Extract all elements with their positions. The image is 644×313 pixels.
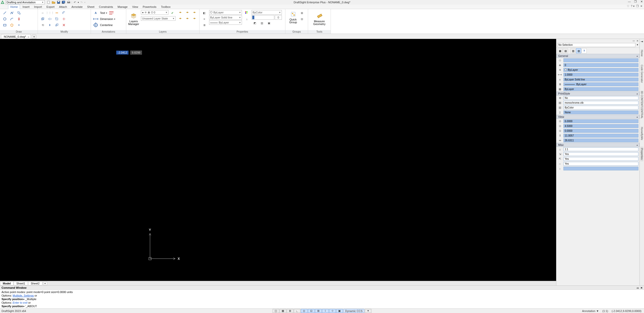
dimension-button[interactable]: Dimension (100, 17, 113, 20)
selection-filter-input[interactable] (557, 43, 635, 47)
section-general[interactable]: General▴ (556, 54, 639, 58)
sheet-tab-model[interactable]: Model (0, 281, 14, 285)
rect-tool[interactable] (2, 22, 8, 28)
status-btn-3[interactable]: ⊞ (287, 309, 293, 313)
arc-tool[interactable] (9, 16, 15, 22)
stretch-tool[interactable] (54, 16, 60, 22)
trim-tool[interactable] (54, 10, 60, 16)
status-btn-1[interactable]: ◫ (273, 309, 279, 313)
bycolor-combo[interactable]: ByColor▼ (252, 10, 282, 15)
prop-m2-value[interactable]: Yes (563, 152, 638, 156)
section-misc[interactable]: Misc▴ (556, 143, 639, 147)
layer-tool-3[interactable] (191, 10, 198, 16)
rail-tab-codegen[interactable]: Code Generator (640, 63, 643, 84)
layer-props-combo[interactable]: ● ❄ 🔒︎ 0 ▼ (141, 10, 168, 15)
prop-color-value[interactable] (563, 58, 638, 62)
drawing-canvas[interactable]: -2.0412 9.8299 X Y (0, 39, 556, 281)
tab-export[interactable]: Export (44, 5, 57, 9)
tab-import[interactable]: Import (32, 5, 44, 9)
status-btn-5[interactable]: ◎ (301, 309, 307, 313)
prop-m3-value[interactable]: Yes (563, 157, 638, 161)
panel-float-button[interactable]: ▭ (633, 39, 635, 42)
propcolor-tool[interactable]: ◧ (201, 10, 208, 16)
status-btn-10[interactable]: ▣ (336, 309, 343, 313)
rotate-tool[interactable]: ⟲ (39, 22, 46, 28)
panel-tool-3[interactable]: ▥ (571, 48, 576, 53)
prop-v5-value[interactable]: 26.6311 (563, 139, 638, 142)
prop-v1-value[interactable]: 6.0000 (563, 119, 638, 123)
scale-tool[interactable] (54, 22, 60, 28)
layer-tool-2[interactable] (184, 10, 191, 16)
status-annotation[interactable]: Annotation ▼ (582, 309, 599, 312)
pattern-tool[interactable]: ⋮⋮⋮ (46, 10, 53, 16)
rail-tab-properties[interactable]: Properties (640, 147, 643, 161)
tab-attach[interactable]: Attach (57, 5, 69, 9)
polyline-tool[interactable] (9, 10, 15, 16)
print-button[interactable] (66, 0, 71, 4)
rail-pin-icon[interactable]: ⇥ (641, 40, 643, 43)
lineweight-combo[interactable]: ByLayer▼ (209, 20, 242, 25)
mirror-tool[interactable] (46, 16, 53, 22)
color-combo[interactable]: ByLayer▼ (209, 10, 242, 15)
panel-help-button[interactable]: ? (582, 48, 587, 53)
tab-manage[interactable]: Manage (115, 5, 130, 9)
maximize-button[interactable]: ❐ (633, 0, 637, 3)
transparency-value[interactable]: 0 (275, 15, 282, 20)
layers-manager-button[interactable]: Layers Manager (128, 10, 139, 28)
prop-pattern-value[interactable]: ByLayer Solid line (563, 78, 638, 81)
prop-hatch-value[interactable]: ByLayer (563, 87, 638, 91)
add-tab-button[interactable]: + (32, 35, 36, 39)
prop-v4-value[interactable]: 11.0057 (563, 134, 638, 138)
status-scale[interactable]: (1:1) (602, 309, 608, 312)
prop-m5-value[interactable] (563, 167, 638, 170)
tab-toolbox[interactable]: Toolbox (159, 5, 172, 9)
panel-tool-4[interactable]: ▧ (576, 48, 581, 53)
layer-state-combo[interactable]: Unsaved Layer State▼ (141, 16, 176, 21)
filter-dropdown-icon[interactable]: ▼ (636, 44, 638, 46)
tab-annotate[interactable]: Annotate (69, 5, 85, 9)
status-dynamic-ccs[interactable]: Dynamic CCS (343, 309, 364, 313)
group-ungroup-button[interactable]: ⊟ (299, 16, 305, 22)
line-tool[interactable] (2, 10, 8, 16)
prop-m1-value[interactable]: 1:1 (563, 147, 638, 151)
explode-tool[interactable] (61, 16, 67, 22)
proplist-tool[interactable]: ≡ (201, 16, 208, 22)
propmatch-tool[interactable]: ≣ (201, 22, 208, 28)
command-history[interactable]: Active point modes: point mode=0 point s… (0, 290, 644, 308)
rail-tab-3dcc[interactable]: 3D CONTENTCENTRAL (640, 89, 643, 120)
cmd-float-button[interactable]: ▭ (637, 287, 639, 289)
document-tab[interactable]: NONAME_0.dwg* ✕ (1, 34, 31, 39)
transparency-slider[interactable] (252, 15, 274, 20)
quicktext-tool[interactable] (108, 10, 115, 16)
close-button[interactable]: ✕ (639, 0, 643, 3)
circle-tool[interactable] (2, 16, 8, 22)
prop-tool-a[interactable]: ◩ (252, 20, 258, 26)
redo-button[interactable]: ↷ (79, 0, 84, 4)
help-button[interactable]: ? ▾ (631, 5, 635, 8)
rail-tab-home[interactable]: Home (640, 48, 643, 58)
sheet-tab-2[interactable]: Sheet2 (28, 281, 42, 285)
undo-button[interactable]: ↶ (73, 0, 77, 4)
offset-tool[interactable] (46, 22, 53, 28)
section-printstyle[interactable]: PrintStyle▴ (556, 92, 639, 96)
rail-tab-homebyme[interactable]: HomeByMe (640, 125, 643, 142)
prop-tool-b[interactable]: ▥ (259, 20, 265, 26)
status-btn-8[interactable]: ⟟ (322, 309, 329, 313)
fillet-tool[interactable] (61, 10, 67, 16)
prop-ps1-value[interactable]: No (563, 96, 638, 100)
section-view[interactable]: View▴ (556, 115, 639, 119)
centerline-button[interactable]: Centerline (100, 24, 113, 27)
tab-view[interactable]: View (130, 5, 140, 9)
centerline-icon[interactable] (92, 22, 99, 28)
status-btn-2[interactable]: ▦ (280, 309, 286, 313)
inner-close-button[interactable]: ✕ (640, 5, 642, 8)
status-btn-9[interactable]: ⊹ (329, 309, 336, 313)
layer-check-button[interactable]: ✔ (169, 10, 176, 16)
text-button[interactable]: Text (100, 11, 105, 14)
prop-v3-value[interactable]: 0.0000 (563, 129, 638, 133)
save-button[interactable] (56, 0, 61, 4)
add-sheet-button[interactable]: + (43, 282, 47, 285)
open-file-button[interactable] (51, 0, 56, 4)
inner-restore-button[interactable]: ❐ (636, 5, 639, 8)
prop-tool-c[interactable]: ▣ (266, 20, 272, 26)
